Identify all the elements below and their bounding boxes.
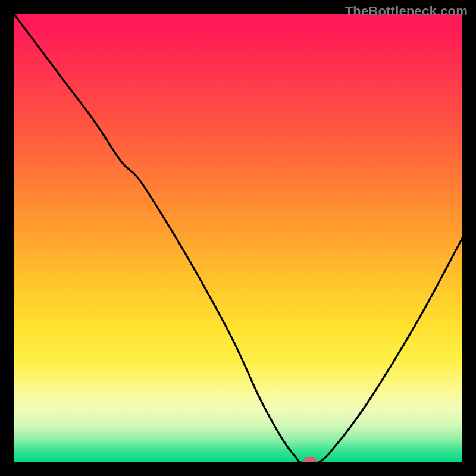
optimal-marker [303,457,317,462]
attribution-label: TheBottleneck.com [345,4,468,19]
bottleneck-curve [14,14,462,462]
chart-frame: TheBottleneck.com [0,0,476,476]
plot-area [14,14,462,462]
